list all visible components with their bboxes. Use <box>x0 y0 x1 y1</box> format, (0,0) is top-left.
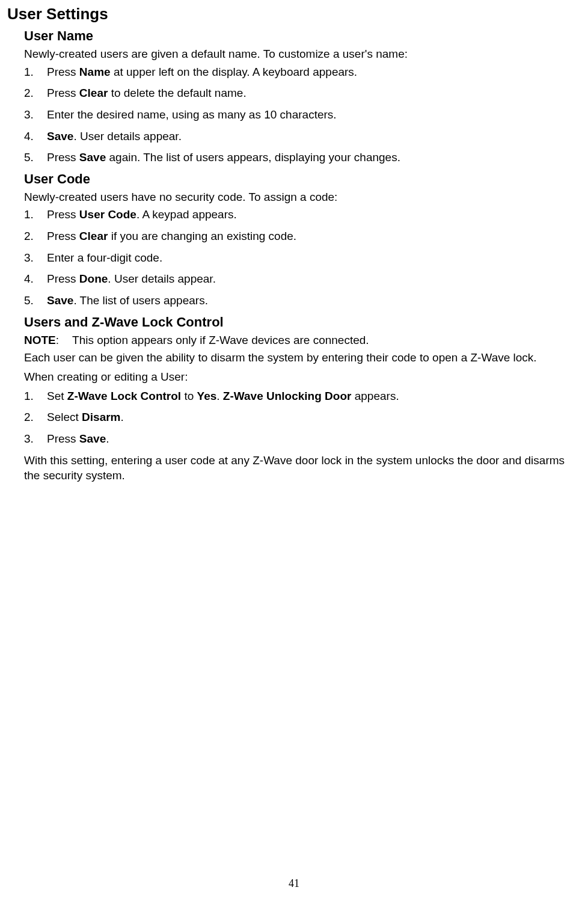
intro-user-name: Newly-created users are given a default … <box>24 46 581 62</box>
para-zwave-3: With this setting, entering a user code … <box>24 453 581 483</box>
steps-user-name: Press Name at upper left on the display.… <box>24 64 581 165</box>
step-2: Press Clear to delete the default name. <box>24 85 581 101</box>
steps-user-code: Press User Code. A keypad appears. Press… <box>24 207 581 308</box>
para-zwave-2: When creating or editing a User: <box>24 369 581 385</box>
step-3: Enter a four-digit code. <box>24 250 581 266</box>
step-1: Set Z-Wave Lock Control to Yes. Z-Wave U… <box>24 388 581 404</box>
step-3: Enter the desired name, using as many as… <box>24 107 581 123</box>
para-zwave-1: Each user can be given the ability to di… <box>24 350 581 366</box>
section-user-name: User Name Newly-created users are given … <box>24 28 581 483</box>
step-1: Press User Code. A keypad appears. <box>24 207 581 222</box>
step-5: Save. The list of users appears. <box>24 293 581 308</box>
step-2: Select Disarm. <box>24 410 581 425</box>
intro-user-code: Newly-created users have no security cod… <box>24 189 581 205</box>
steps-zwave: Set Z-Wave Lock Control to Yes. Z-Wave U… <box>24 388 581 447</box>
step-3: Press Save. <box>24 431 581 447</box>
page-number: 41 <box>0 877 588 890</box>
heading-user-name: User Name <box>24 28 581 44</box>
step-4: Press Done. User details appear. <box>24 271 581 287</box>
step-4: Save. User details appear. <box>24 129 581 144</box>
note-zwave: NOTE:This option appears only if Z-Wave … <box>24 333 581 348</box>
step-1: Press Name at upper left on the display.… <box>24 64 581 80</box>
heading-user-code: User Code <box>24 171 581 187</box>
heading-zwave: Users and Z-Wave Lock Control <box>24 314 581 330</box>
step-2: Press Clear if you are changing an exist… <box>24 229 581 244</box>
page-title: User Settings <box>7 5 581 23</box>
step-5: Press Save again. The list of users appe… <box>24 150 581 165</box>
